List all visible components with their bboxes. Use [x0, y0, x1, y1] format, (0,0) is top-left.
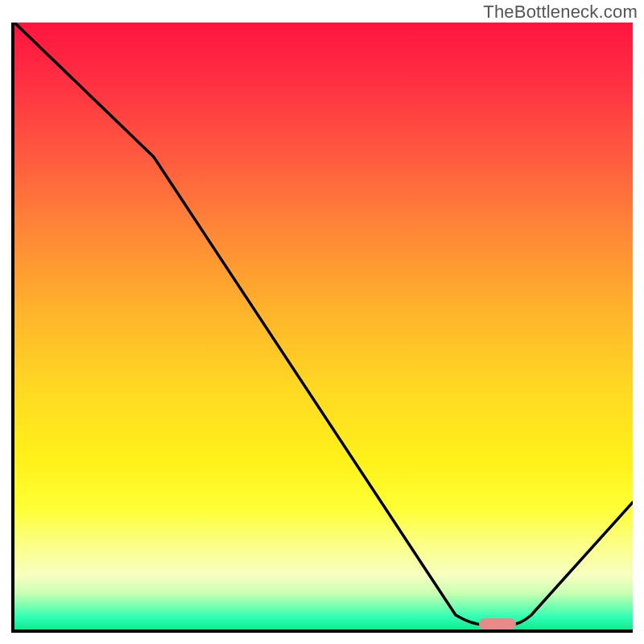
curve-svg	[14, 23, 633, 630]
bottleneck-curve-path	[14, 23, 633, 625]
watermark-text: TheBottleneck.com	[483, 2, 638, 23]
optimal-range-marker	[479, 618, 516, 630]
chart-container: TheBottleneck.com	[0, 0, 644, 644]
plot-area	[11, 23, 633, 633]
